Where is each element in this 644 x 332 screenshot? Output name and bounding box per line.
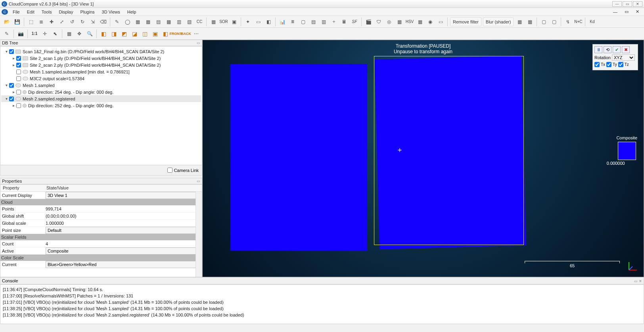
console-panel[interactable]: [11:36:47] [ComputeCloudNormals] Timing:… — [0, 284, 644, 324]
tree-visibility-checkbox[interactable] — [16, 63, 21, 68]
tree-expand-icon[interactable]: ▸ — [12, 63, 15, 67]
tree-expand-icon[interactable]: ▾ — [4, 49, 8, 54]
center-icon[interactable]: ✛ — [40, 29, 49, 38]
tool-icon[interactable]: ▭ — [254, 17, 263, 26]
menu-display[interactable]: Display — [56, 9, 76, 15]
ratio-button[interactable]: 1:1 — [30, 29, 39, 38]
menu-help[interactable]: Help — [124, 9, 140, 15]
move-icon[interactable]: ✥ — [75, 29, 84, 38]
camera-icon[interactable]: 📷 — [16, 29, 25, 38]
tool-icon[interactable]: ⌫ — [99, 17, 107, 26]
blur-shader-button[interactable]: Blur (shader) — [483, 17, 514, 26]
tool-icon[interactable]: ▤ — [309, 17, 318, 26]
tool-icon[interactable]: ◧ — [264, 17, 273, 26]
tree-visibility-checkbox[interactable] — [9, 83, 14, 88]
menu-file[interactable]: File — [10, 9, 23, 15]
cancel-button[interactable]: ✖ — [622, 46, 630, 53]
sor-button[interactable]: SOR — [219, 17, 228, 26]
tool-icon[interactable]: ✚ — [47, 17, 56, 26]
apply-button[interactable]: ✔ — [613, 46, 621, 53]
view-iso-icon[interactable]: ◧ — [161, 29, 170, 38]
tree-visibility-checkbox[interactable] — [16, 56, 21, 61]
tree-expand-icon[interactable]: ▾ — [4, 97, 8, 101]
view-right-icon[interactable]: ◪ — [130, 29, 139, 38]
shield-icon[interactable]: 🛡 — [374, 17, 383, 26]
histogram-icon[interactable]: 📊 — [278, 17, 287, 26]
tree-visibility-checkbox[interactable] — [9, 49, 14, 54]
tool-icon[interactable]: ▥ — [174, 17, 183, 26]
tool-icon[interactable]: ▤ — [154, 17, 163, 26]
view-left-icon[interactable]: ◩ — [120, 29, 128, 38]
tree-visibility-checkbox[interactable] — [9, 97, 14, 101]
tree-expand-icon[interactable]: ▸ — [12, 103, 15, 108]
tool-icon[interactable]: ≣ — [288, 17, 297, 26]
tree-item[interactable]: Mesh 1.sampled.subsampled [min dist. = 0… — [1, 68, 201, 75]
tree-visibility-checkbox[interactable] — [16, 76, 21, 81]
tool-icon[interactable]: ▦ — [133, 17, 142, 26]
tree-item[interactable]: ▸ Site 2_scan 1.ply (D:/PhD/Field work/B… — [1, 55, 201, 62]
tree-visibility-checkbox[interactable] — [16, 90, 21, 95]
tree-item[interactable]: M3C2 output scale=1.57384 — [1, 75, 201, 82]
tree-item[interactable]: ▸ Dip direction: 254 deg. - Dip angle: 0… — [1, 89, 201, 95]
property-select[interactable]: Default — [46, 227, 202, 234]
tree-item[interactable]: ▾ Mesh 1.sampled — [1, 82, 201, 89]
3d-view[interactable]: Transformation [PAUSED] Unpause to trans… — [202, 40, 644, 277]
minimize-button[interactable]: — — [612, 1, 622, 7]
view-top-icon[interactable]: ◧ — [99, 29, 108, 38]
tool-icon[interactable]: ⬚ — [27, 17, 35, 26]
menu-edit[interactable]: Edit — [24, 9, 38, 15]
tree-item[interactable]: ▸ Site 2_scan 2.ply (D:/PhD/Field work/B… — [1, 62, 201, 68]
dbtree-panel[interactable]: ▾ Scan 1&2_Final rig.bin (D:/PhD/Field w… — [0, 46, 202, 165]
tree-visibility-checkbox[interactable] — [16, 103, 21, 108]
pencil-icon[interactable]: ✎ — [2, 29, 11, 38]
tree-item[interactable]: ▸ Dip direction: 252 deg. - Dip angle: 0… — [1, 102, 201, 109]
tool-icon[interactable]: ▦ — [395, 17, 404, 26]
camera-link-checkbox[interactable] — [167, 168, 172, 173]
close-button[interactable]: ✕ — [633, 1, 642, 7]
property-select[interactable]: Blue>Green>Yellow>Red — [46, 261, 202, 268]
tz-checkbox[interactable] — [618, 62, 623, 67]
tree-visibility-checkbox[interactable] — [16, 69, 21, 74]
hsv-button[interactable]: HSV — [405, 17, 414, 26]
tool-icon[interactable]: ↺ — [68, 17, 77, 26]
pick-icon[interactable]: ⬉ — [51, 29, 59, 38]
tool-icon[interactable]: ▦ — [515, 17, 524, 26]
tree-item[interactable]: ▾ Scan 1&2_Final rig.bin (D:/PhD/Field w… — [1, 48, 201, 55]
tool-icon[interactable]: ↯ — [564, 17, 572, 26]
menu-3dviews[interactable]: 3D Views — [99, 9, 123, 15]
tool-icon[interactable]: ▢ — [550, 17, 558, 26]
open-icon[interactable]: 📂 — [2, 17, 11, 26]
tool-icon[interactable]: ▦ — [144, 17, 152, 26]
nc-button[interactable]: N+C — [574, 17, 583, 26]
zoom-icon[interactable]: 🔍 — [85, 29, 94, 38]
tree-expand-icon[interactable]: ▾ — [4, 83, 8, 87]
property-select[interactable]: 3D View 1 — [46, 192, 202, 199]
tool-icon[interactable]: ▣ — [230, 17, 238, 26]
save-icon[interactable]: 💾 — [13, 17, 21, 26]
ty-checkbox[interactable] — [606, 62, 611, 67]
view-bottom-icon[interactable]: ▣ — [151, 29, 159, 38]
menu-tools[interactable]: Tools — [38, 9, 55, 15]
tool-icon[interactable]: ◉ — [426, 17, 435, 26]
remove-filter-button[interactable]: Remove filter — [450, 17, 481, 26]
tool-icon[interactable]: ▢ — [299, 17, 307, 26]
menu-plugins[interactable]: Plugins — [77, 9, 98, 15]
tool-icon[interactable]: ▭ — [436, 17, 445, 26]
mdi-restore-button[interactable]: ▭ — [621, 9, 632, 15]
tool-icon[interactable]: ✦ — [243, 17, 252, 26]
rotation-mode-select[interactable]: XYZ — [612, 54, 635, 61]
grid-icon[interactable]: ▦ — [209, 17, 218, 26]
sf-button[interactable]: SF — [350, 17, 359, 26]
tool-icon[interactable]: ▩ — [164, 17, 173, 26]
tree-expand-icon[interactable]: ▸ — [12, 56, 15, 60]
cube-icon[interactable]: ▦ — [65, 29, 73, 38]
movie-icon[interactable]: 🎬 — [364, 17, 373, 26]
tool-icon[interactable]: ◯ — [123, 17, 132, 26]
tool-icon[interactable]: ▥ — [319, 17, 328, 26]
back-button[interactable]: BACK — [182, 29, 190, 38]
tool-icon[interactable]: ≣ — [37, 17, 46, 26]
tree-expand-icon[interactable]: ▸ — [12, 90, 15, 94]
kd-button[interactable]: Kd — [588, 17, 596, 26]
rings-icon[interactable]: ◎ — [385, 17, 393, 26]
property-select[interactable]: Composite — [46, 247, 202, 255]
